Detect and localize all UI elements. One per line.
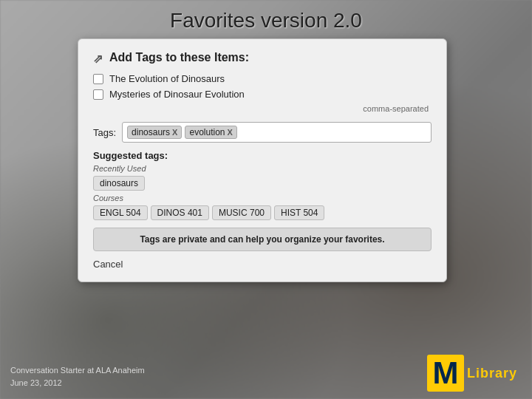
library-text: Library xyxy=(467,366,517,381)
cancel-button[interactable]: Cancel xyxy=(93,257,123,271)
page-title: Favorites version 2.0 xyxy=(0,9,532,33)
tag-chip-evolution[interactable]: evolution X xyxy=(185,126,236,139)
item-row-1: The Evolution of Dinosaurs xyxy=(93,73,432,84)
footer-line1: Conversation Starter at ALA Anaheim xyxy=(10,364,145,377)
footer: Conversation Starter at ALA Anaheim June… xyxy=(10,364,145,389)
tag-chip-label-evolution: evolution xyxy=(189,127,225,137)
comma-hint: comma-separated xyxy=(363,104,430,113)
item-label-2: Mysteries of Dinosaur Evolution xyxy=(109,89,245,100)
item-label-1: The Evolution of Dinosaurs xyxy=(109,73,225,84)
suggested-section: Suggested tags: Recently Used dinosaurs … xyxy=(93,150,432,220)
tag-btn-dinosaurs[interactable]: dinosaurs xyxy=(93,176,145,191)
footer-line2: June 23, 2012 xyxy=(10,377,145,389)
recently-used-label: Recently Used xyxy=(93,164,432,173)
info-box: Tags are private and can help you organi… xyxy=(93,228,432,251)
tags-input-box[interactable]: dinosaurs X evolution X xyxy=(122,122,432,143)
link-icon: ⇗ xyxy=(93,52,105,64)
m-icon: M xyxy=(427,355,464,392)
courses-tags: ENGL 504 DINOS 401 MUSIC 700 HIST 504 xyxy=(93,205,432,220)
tags-label: Tags: xyxy=(93,127,116,138)
tag-remove-evolution[interactable]: X xyxy=(228,128,233,137)
recently-used-tags: dinosaurs xyxy=(93,176,432,191)
tag-chip-dinosaurs[interactable]: dinosaurs X xyxy=(127,126,182,139)
tag-btn-engl504[interactable]: ENGL 504 xyxy=(93,205,148,220)
tags-section: Tags: dinosaurs X evolution X xyxy=(93,122,432,143)
suggested-title: Suggested tags: xyxy=(93,150,432,161)
mlibrary-logo: M Library xyxy=(427,355,517,392)
tag-btn-dinos401[interactable]: DINOS 401 xyxy=(151,205,209,220)
item-row-2: Mysteries of Dinosaur Evolution xyxy=(93,89,432,100)
item-checkbox-2[interactable] xyxy=(93,89,103,100)
item-checkbox-1[interactable] xyxy=(93,74,103,84)
courses-label: Courses xyxy=(93,194,432,202)
add-tags-dialog: ⇗ Add Tags to these Items: The Evolution… xyxy=(78,38,447,282)
tag-chip-label-dinosaurs: dinosaurs xyxy=(132,127,170,137)
tag-btn-music700[interactable]: MUSIC 700 xyxy=(212,205,271,220)
tag-btn-hist504[interactable]: HIST 504 xyxy=(274,205,324,220)
tag-remove-dinosaurs[interactable]: X xyxy=(172,128,177,137)
comma-hint-row: comma-separated xyxy=(93,104,432,115)
dialog-title: ⇗ Add Tags to these Items: xyxy=(93,51,432,64)
